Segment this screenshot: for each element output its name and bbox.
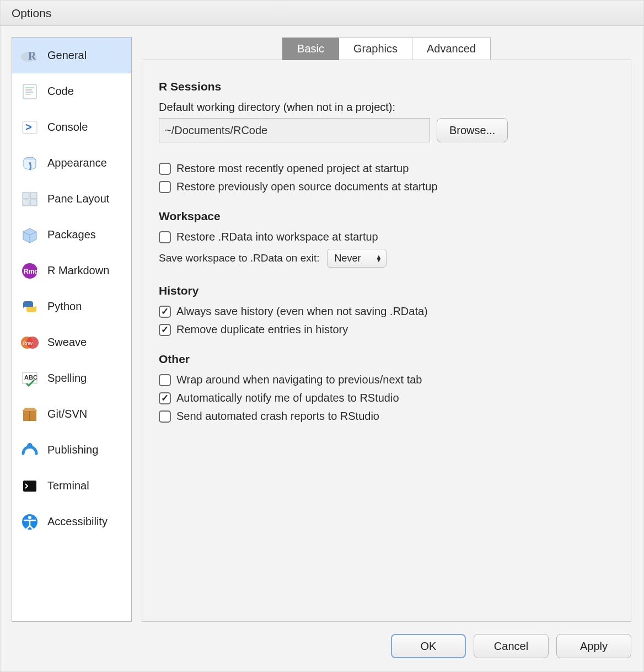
svg-rect-12	[23, 200, 29, 206]
sidebar-item-label: General	[47, 49, 87, 62]
always-save-history-row[interactable]: Always save history (even when not savin…	[159, 305, 614, 318]
sidebar-item-label: Publishing	[47, 444, 98, 456]
sidebar-item-label: Pane Layout	[47, 193, 109, 205]
restore-docs-row[interactable]: Restore previously open source documents…	[159, 180, 614, 193]
sweave-icon: Rnw	[20, 333, 40, 353]
sidebar-item-appearance[interactable]: Appearance	[12, 145, 131, 181]
console-prompt-icon: >	[20, 118, 40, 137]
save-workspace-label: Save workspace to .RData on exit:	[159, 252, 319, 264]
category-sidebar: R General Code > Console App	[12, 37, 132, 622]
section-history: History	[159, 284, 614, 297]
sidebar-item-label: Appearance	[47, 157, 107, 169]
window-body: R General Code > Console App	[1, 26, 643, 628]
code-file-icon	[20, 82, 40, 102]
svg-text:R: R	[28, 50, 36, 62]
svg-rect-11	[30, 193, 37, 199]
sidebar-item-pane-layout[interactable]: Pane Layout	[12, 181, 131, 217]
notify-updates-row[interactable]: Automatically notify me of updates to RS…	[159, 392, 614, 404]
svg-rect-13	[30, 200, 37, 206]
sidebar-item-label: Sweave	[47, 336, 87, 349]
wrap-tabs-row[interactable]: Wrap around when navigating to previous/…	[159, 374, 614, 386]
notify-updates-label: Automatically notify me of updates to RS…	[176, 392, 399, 404]
options-window: Options R General Code > Console	[0, 0, 644, 672]
always-save-history-label: Always save history (even when not savin…	[176, 305, 428, 318]
sidebar-item-label: Python	[47, 300, 82, 313]
restore-project-label: Restore most recently opened project at …	[176, 162, 409, 175]
sidebar-item-console[interactable]: > Console	[12, 109, 131, 145]
sidebar-item-label: Console	[47, 121, 88, 134]
svg-point-26	[28, 516, 31, 519]
sidebar-item-label: Git/SVN	[47, 408, 87, 420]
notify-updates-checkbox[interactable]	[159, 392, 171, 404]
tab-basic[interactable]: Basic	[282, 38, 339, 60]
sidebar-item-git-svn[interactable]: Git/SVN	[12, 396, 131, 432]
sidebar-item-sweave[interactable]: Rnw Sweave	[12, 324, 131, 360]
sidebar-item-packages[interactable]: Packages	[12, 217, 131, 253]
section-r-sessions: R Sessions	[159, 80, 614, 93]
sidebar-item-label: Spelling	[47, 372, 87, 385]
remove-dups-checkbox[interactable]	[159, 324, 171, 336]
package-box-icon	[20, 225, 40, 245]
tab-graphics[interactable]: Graphics	[339, 38, 412, 60]
sidebar-item-label: Terminal	[47, 479, 89, 492]
wrap-tabs-label: Wrap around when navigating to previous/…	[176, 374, 422, 386]
sidebar-item-general[interactable]: R General	[12, 38, 131, 73]
sidebar-item-r-markdown[interactable]: Rmd R Markdown	[12, 253, 131, 289]
svg-text:>: >	[25, 121, 32, 133]
sidebar-item-python[interactable]: Python	[12, 289, 131, 324]
sidebar-item-terminal[interactable]: Terminal	[12, 468, 131, 504]
tab-bar: Basic Graphics Advanced	[282, 38, 491, 60]
working-dir-label: Default working directory (when not in a…	[159, 101, 614, 114]
python-icon	[20, 297, 40, 317]
r-logo-icon: R	[20, 46, 40, 66]
sidebar-item-label: Packages	[47, 228, 96, 241]
cardboard-box-icon	[20, 404, 40, 424]
svg-text:ABC: ABC	[24, 374, 37, 381]
restore-rdata-label: Restore .RData into workspace at startup	[176, 231, 378, 243]
sidebar-item-code[interactable]: Code	[12, 73, 131, 109]
save-workspace-value: Never	[334, 253, 361, 264]
window-titlebar: Options	[1, 1, 643, 26]
svg-text:Rmd: Rmd	[24, 268, 39, 275]
crash-reports-row[interactable]: Send automated crash reports to RStudio	[159, 410, 614, 423]
sidebar-item-label: Code	[47, 85, 74, 98]
svg-rect-24	[23, 481, 36, 492]
options-panel: R Sessions Default working directory (wh…	[142, 60, 631, 622]
accessibility-icon	[20, 512, 40, 532]
apply-button[interactable]: Apply	[556, 634, 631, 658]
restore-docs-label: Restore previously open source documents…	[176, 180, 438, 193]
ok-button[interactable]: OK	[391, 634, 466, 658]
remove-dups-row[interactable]: Remove duplicate entries in history	[159, 323, 614, 336]
save-workspace-select[interactable]: Never ▲▼	[327, 249, 387, 268]
publishing-icon	[20, 440, 40, 460]
crash-reports-checkbox[interactable]	[159, 410, 171, 423]
cancel-button[interactable]: Cancel	[474, 634, 549, 658]
pane-layout-icon	[20, 189, 40, 209]
sidebar-item-accessibility[interactable]: Accessibility	[12, 504, 131, 540]
svg-rect-2	[23, 84, 36, 99]
sidebar-item-spelling[interactable]: ABC Spelling	[12, 360, 131, 396]
main-area: Basic Graphics Advanced R Sessions Defau…	[142, 37, 631, 622]
sidebar-item-publishing[interactable]: Publishing	[12, 432, 131, 468]
section-other: Other	[159, 353, 614, 366]
r-markdown-icon: Rmd	[20, 261, 40, 281]
always-save-history-checkbox[interactable]	[159, 306, 171, 318]
working-dir-input[interactable]	[159, 118, 430, 142]
restore-rdata-checkbox[interactable]	[159, 231, 171, 243]
wrap-tabs-checkbox[interactable]	[159, 374, 171, 386]
spellcheck-icon: ABC	[20, 369, 40, 388]
restore-project-row[interactable]: Restore most recently opened project at …	[159, 162, 614, 175]
tab-advanced[interactable]: Advanced	[412, 38, 491, 60]
crash-reports-label: Send automated crash reports to RStudio	[176, 410, 379, 423]
restore-project-checkbox[interactable]	[159, 163, 171, 175]
window-title: Options	[12, 7, 51, 20]
terminal-icon	[20, 476, 40, 496]
browse-button[interactable]: Browse...	[437, 118, 508, 142]
select-arrows-icon: ▲▼	[376, 255, 382, 262]
remove-dups-label: Remove duplicate entries in history	[176, 323, 348, 336]
restore-rdata-row[interactable]: Restore .RData into workspace at startup	[159, 231, 614, 243]
svg-rect-10	[23, 193, 29, 199]
dialog-footer: OK Cancel Apply	[1, 628, 643, 671]
sidebar-item-label: R Markdown	[47, 264, 109, 277]
restore-docs-checkbox[interactable]	[159, 181, 171, 193]
